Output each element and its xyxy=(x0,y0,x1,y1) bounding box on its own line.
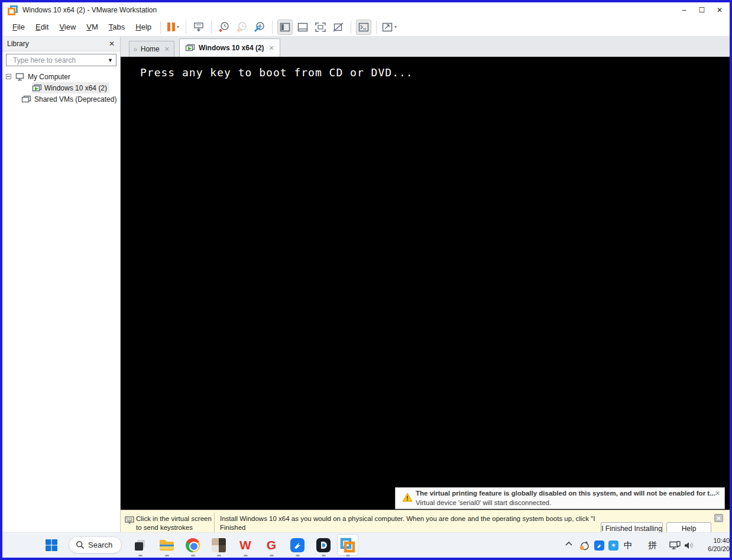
revert-snapshot-button[interactable] xyxy=(234,20,250,35)
toolbar-separator xyxy=(376,21,377,34)
toolbar-separator xyxy=(186,21,186,34)
window-title: Windows 10 x64 (2) - VMware Workstation xyxy=(22,6,157,14)
system-tray: ✶ 中 拼 10:40 6/20/20 xyxy=(561,533,730,558)
blue-bird-tray-icon[interactable] xyxy=(594,540,604,551)
running-indicator xyxy=(322,555,326,556)
send-ctrl-alt-del-button[interactable] xyxy=(191,20,206,35)
library-tree: My Computer Windows 10 x64 (2) Shar xyxy=(2,71,120,105)
enter-full-screen-button[interactable] xyxy=(313,20,328,35)
library-close-icon[interactable]: ✕ xyxy=(109,40,115,48)
pause-vm-button[interactable]: ▾ xyxy=(166,20,181,35)
take-snapshot-button[interactable] xyxy=(216,20,232,35)
vm-running-icon xyxy=(185,44,195,52)
vm-console-screen[interactable]: Press any key to boot from CD or DVD... xyxy=(121,57,730,510)
red-g-app-icon[interactable]: G xyxy=(264,538,279,553)
enter-unity-button[interactable] xyxy=(331,20,346,35)
tree-item-label: My Computer xyxy=(28,73,70,81)
running-indicator xyxy=(346,555,350,556)
tab-close-icon[interactable]: ✕ xyxy=(269,44,274,52)
tree-item-windows10-vm[interactable]: Windows 10 x64 (2) xyxy=(2,82,120,93)
menu-edit[interactable]: Edit xyxy=(30,20,54,34)
notification-toast: The virtual printing feature is globally… xyxy=(395,487,725,509)
warning-icon xyxy=(402,493,413,502)
home-icon xyxy=(134,46,137,53)
chevron-down-icon[interactable]: ▾ xyxy=(394,24,397,30)
vmware-logo-icon xyxy=(8,5,18,15)
menu-file[interactable]: File xyxy=(7,20,30,34)
i-finished-installing-button[interactable]: I Finished Installing xyxy=(601,522,663,532)
search-input[interactable] xyxy=(13,56,105,64)
wps-office-icon[interactable]: W xyxy=(238,538,253,553)
full-screen-icon xyxy=(315,22,326,32)
cast-display-icon[interactable] xyxy=(669,541,681,552)
snapshot-manager-button[interactable] xyxy=(252,20,267,35)
tree-item-label: Windows 10 x64 (2) xyxy=(44,84,107,92)
show-thumbnail-bar-button[interactable] xyxy=(295,20,310,35)
collapse-icon[interactable] xyxy=(6,74,11,79)
stacked-windows-app-icon[interactable] xyxy=(132,538,148,553)
library-search[interactable]: ▼ xyxy=(6,54,116,66)
search-dropdown-icon[interactable]: ▼ xyxy=(108,57,113,63)
show-library-icon xyxy=(280,22,290,32)
search-icon xyxy=(9,56,11,64)
clock-time: 10:40 xyxy=(685,536,730,545)
tab-home[interactable]: Home ✕ xyxy=(129,41,174,57)
notification-close-icon[interactable]: ✕ xyxy=(715,490,720,497)
toolbar-separator xyxy=(211,21,212,34)
ime-pinyin-indicator[interactable]: 拼 xyxy=(648,540,657,551)
dark-media-app-icon[interactable] xyxy=(316,538,331,553)
blue-star-tray-icon[interactable]: ✶ xyxy=(608,540,618,551)
menu-toolbar: File Edit View VM Tabs Help ▾ xyxy=(2,18,730,37)
start-button[interactable] xyxy=(44,538,59,553)
ime-language-indicator[interactable]: 中 xyxy=(624,540,633,551)
vmware-titlebar: Windows 10 x64 (2) - VMware Workstation … xyxy=(2,2,730,18)
running-indicator xyxy=(270,555,274,556)
library-header: Library ✕ xyxy=(2,37,120,51)
chrome-icon[interactable] xyxy=(185,538,200,553)
keyboard-icon xyxy=(125,516,134,525)
library-panel: Library ✕ ▼ My Computer xyxy=(2,37,121,532)
menu-vm[interactable]: VM xyxy=(81,20,103,34)
install-hint-text: Install Windows 10 x64 as you would on a… xyxy=(220,514,603,532)
vmware-taskbar-icon[interactable] xyxy=(340,538,355,553)
show-library-button[interactable] xyxy=(277,20,293,35)
tab-label: Home xyxy=(141,45,160,53)
tree-item-shared-vms[interactable]: Shared VMs (Deprecated) xyxy=(2,93,120,105)
close-button[interactable]: ✕ xyxy=(711,2,728,18)
library-title: Library xyxy=(7,40,109,48)
minimize-button[interactable]: – xyxy=(675,2,693,18)
revert-snapshot-icon xyxy=(236,21,248,33)
maximize-button[interactable]: ☐ xyxy=(693,2,711,18)
unity-mode-icon xyxy=(333,22,344,32)
toolbar-separator xyxy=(272,21,273,34)
menu-tabs[interactable]: Tabs xyxy=(103,20,130,34)
tab-windows10-vm[interactable]: Windows 10 x64 (2) ✕ xyxy=(179,38,280,57)
toolbar-separator xyxy=(351,21,351,34)
show-thumbnail-bar-icon xyxy=(297,22,308,32)
pause-icon xyxy=(167,22,175,31)
tab-close-icon[interactable]: ✕ xyxy=(164,46,170,53)
hidden-icons-chevron[interactable] xyxy=(565,540,573,550)
sync-app-icon[interactable] xyxy=(579,540,590,552)
fit-guest-button[interactable]: ▾ xyxy=(381,20,397,35)
boot-message: Press any key to boot from CD or DVD... xyxy=(140,66,413,79)
chevron-down-icon[interactable]: ▾ xyxy=(177,24,179,30)
windows-logo-icon xyxy=(45,539,58,552)
blue-bird-app-icon[interactable] xyxy=(290,538,305,553)
hint-bar-close-icon[interactable]: ✕ xyxy=(714,514,723,522)
menu-help[interactable]: Help xyxy=(130,20,157,34)
vm-running-icon xyxy=(32,84,42,92)
file-explorer-icon[interactable] xyxy=(159,538,174,553)
show-console-view-button[interactable] xyxy=(356,20,371,35)
vm-tab-strip: Home ✕ Windows 10 x64 (2) ✕ xyxy=(121,37,730,57)
running-indicator xyxy=(244,555,248,556)
snapshot-manager-icon xyxy=(254,21,265,33)
menu-view[interactable]: View xyxy=(54,20,81,34)
take-snapshot-icon xyxy=(218,21,230,33)
taskbar-clock[interactable]: 10:40 6/20/20 xyxy=(685,536,730,553)
photos-collage-app-icon[interactable] xyxy=(211,538,226,553)
taskbar-search[interactable]: Search xyxy=(69,536,122,553)
running-indicator xyxy=(138,555,142,556)
help-button[interactable]: Help xyxy=(666,522,711,532)
tree-item-my-computer[interactable]: My Computer xyxy=(2,71,120,82)
